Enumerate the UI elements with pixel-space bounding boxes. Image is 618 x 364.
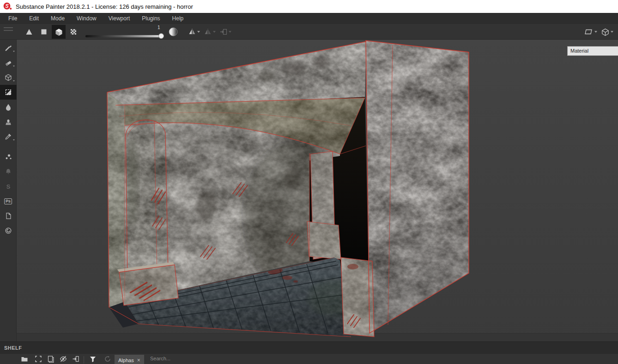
- toolbar-separator: [84, 356, 84, 364]
- refresh-icon[interactable]: [103, 355, 113, 364]
- snap-button[interactable]: [220, 25, 231, 39]
- add-resources-icon[interactable]: [33, 355, 43, 364]
- shelf-panel-header[interactable]: SHELF: [0, 341, 618, 354]
- room-model: [104, 40, 474, 341]
- top-toolbar: 1: [0, 24, 618, 40]
- filter-funnel-icon[interactable]: [88, 355, 98, 364]
- filter-tab-label: Alphas: [118, 358, 134, 363]
- substance-source-icon[interactable]: S: [0, 179, 17, 194]
- substance-source-letter: S: [6, 183, 10, 190]
- substance-painter-window: Substance Painter 2018.2.1 - License: 12…: [0, 0, 618, 364]
- effects-bell-icon[interactable]: [0, 164, 17, 179]
- iray-render-icon[interactable]: [0, 223, 17, 238]
- smudge-icon[interactable]: [0, 100, 17, 114]
- slider-track[interactable]: [85, 35, 162, 37]
- photoshop-export-icon[interactable]: Ps: [0, 194, 17, 209]
- symmetry-alt-button[interactable]: [204, 25, 216, 39]
- substance-painter-logo-icon: [3, 2, 12, 11]
- triangle-brush-icon[interactable]: [22, 25, 36, 39]
- shelf-title: SHELF: [4, 345, 22, 351]
- window-title: Substance Painter 2018.2.1 - License: 12…: [16, 3, 193, 10]
- slider-handle[interactable]: [158, 33, 164, 39]
- chevron-down-icon[interactable]: [594, 31, 597, 33]
- menu-bar: File Edit Mode Window Viewport Plugins H…: [0, 13, 618, 24]
- hide-resource-icon[interactable]: [58, 355, 68, 364]
- checker-pattern-icon[interactable]: [67, 25, 80, 39]
- close-icon[interactable]: ×: [137, 357, 140, 364]
- copy-resource-icon[interactable]: [46, 355, 56, 364]
- square-brush-icon[interactable]: [37, 25, 51, 39]
- menu-viewport[interactable]: Viewport: [103, 13, 136, 24]
- menu-window[interactable]: Window: [71, 13, 103, 24]
- export-textures-icon[interactable]: [0, 209, 17, 223]
- chevron-down-icon[interactable]: [197, 31, 200, 33]
- shelf-search-input[interactable]: [150, 356, 219, 361]
- panel-drag-handle[interactable]: [4, 30, 13, 31]
- material-picker-icon[interactable]: [0, 129, 17, 144]
- brush-size-slider[interactable]: 1: [85, 24, 164, 40]
- menu-help[interactable]: Help: [166, 13, 190, 24]
- brush-size-value: 1: [158, 25, 160, 30]
- title-bar: Substance Painter 2018.2.1 - License: 12…: [0, 0, 618, 13]
- camera-view-cube-button[interactable]: [601, 25, 613, 39]
- falloff-icon[interactable]: [166, 25, 180, 39]
- chevron-down-icon[interactable]: [229, 31, 231, 33]
- cube-3d-paint-icon[interactable]: [52, 25, 66, 39]
- viewport-canvas[interactable]: [17, 40, 618, 341]
- eraser-icon[interactable]: [0, 55, 17, 70]
- folder-icon[interactable]: [19, 355, 30, 364]
- menu-plugins[interactable]: Plugins: [136, 13, 166, 24]
- particles-icon[interactable]: [0, 149, 17, 164]
- polygon-fill-icon[interactable]: [0, 85, 17, 100]
- menu-file[interactable]: File: [2, 13, 23, 24]
- material-mode-selector[interactable]: Material: [567, 46, 618, 56]
- display-settings-button[interactable]: [585, 25, 597, 39]
- menu-edit[interactable]: Edit: [23, 13, 45, 24]
- shelf-filter-tab-alphas[interactable]: Alphas ×: [115, 355, 144, 364]
- shelf-toolbar: Alphas ×: [0, 354, 618, 364]
- tool-palette: S Ps: [0, 40, 17, 341]
- viewport-3d[interactable]: Material: [17, 40, 618, 341]
- chevron-down-icon[interactable]: [213, 31, 216, 33]
- import-resource-icon[interactable]: [71, 355, 81, 364]
- symmetry-button[interactable]: [188, 25, 200, 39]
- menu-mode[interactable]: Mode: [45, 13, 71, 24]
- panel-drag-handle[interactable]: [4, 27, 13, 28]
- chevron-down-icon[interactable]: [611, 31, 613, 33]
- clone-stamp-icon[interactable]: [0, 114, 17, 129]
- photoshop-label: Ps: [4, 198, 12, 204]
- projection-icon[interactable]: [0, 70, 17, 85]
- paint-brush-icon[interactable]: [0, 41, 17, 55]
